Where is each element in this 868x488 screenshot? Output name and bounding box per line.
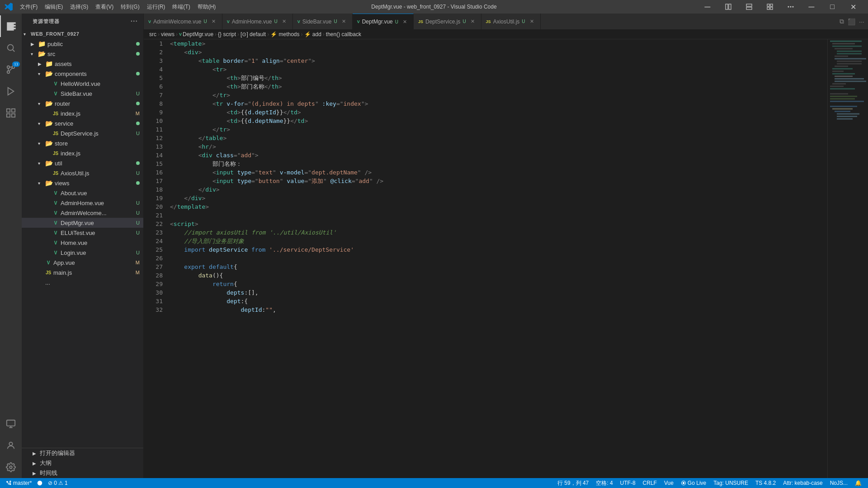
- activity-explorer[interactable]: [0, 15, 22, 37]
- status-bell[interactable]: 🔔: [853, 480, 863, 486]
- item-label: assets: [55, 61, 72, 67]
- status-language[interactable]: Vue: [662, 480, 675, 486]
- status-position[interactable]: 行 59，列 47: [556, 479, 590, 487]
- tab-label: AdminWelcome.vue: [153, 19, 202, 25]
- tree-item-home[interactable]: V Home.vue: [22, 238, 143, 248]
- status-spaces[interactable]: 空格: 4: [594, 479, 614, 487]
- badge-u: U: [136, 170, 140, 176]
- tab-sidebar-vue[interactable]: V SideBar.vue U ✕: [293, 14, 353, 29]
- minimize-window-button[interactable]: ─: [801, 0, 822, 14]
- code-content[interactable]: <template> <div> <table border="1" align…: [166, 39, 827, 478]
- menu-edit[interactable]: 编辑(E): [41, 2, 66, 12]
- layout-button-3[interactable]: [760, 0, 780, 14]
- tree-item-login[interactable]: V Login.vue U: [22, 248, 143, 258]
- layout-button-2[interactable]: [739, 0, 760, 14]
- tree-item-app[interactable]: V App.vue M: [22, 258, 143, 267]
- tab-close-icon[interactable]: ✕: [401, 18, 409, 25]
- sidebar-footer-outline[interactable]: ▶ 大纲: [22, 458, 143, 468]
- menu-view[interactable]: 查看(V): [92, 2, 117, 12]
- breadcrumb-src[interactable]: src: [149, 31, 156, 38]
- activity-run[interactable]: [0, 80, 22, 102]
- layout-button-1[interactable]: [718, 0, 739, 14]
- tree-item-adminwelcome[interactable]: V AdminWelcome... U: [22, 208, 143, 218]
- breadcrumb-default[interactable]: [⊙] default: [241, 31, 266, 38]
- sidebar-content: ▾ WEB_FRONT_0927 ▶ 📁 public ▾ 📂 src: [22, 29, 143, 448]
- menu-terminal[interactable]: 终端(T): [169, 2, 193, 12]
- activity-settings[interactable]: [0, 456, 22, 478]
- tree-item-eluitest[interactable]: V ELUiTest.vue U: [22, 228, 143, 238]
- more-tabs-icon[interactable]: ···: [859, 18, 864, 25]
- tab-deptmgr[interactable]: V DeptMgr.vue U ✕: [353, 14, 414, 29]
- menu-help[interactable]: 帮助(H): [194, 2, 220, 12]
- status-notif[interactable]: NoJS...: [828, 480, 849, 486]
- tree-item-service[interactable]: ▾ 📂 service: [22, 118, 143, 128]
- status-ts[interactable]: TS 4.8.2: [754, 480, 778, 486]
- menu-file[interactable]: 文件(F): [16, 2, 41, 12]
- tab-close-icon[interactable]: ✕: [281, 18, 288, 25]
- status-sync[interactable]: [35, 480, 44, 486]
- status-eol[interactable]: CRLF: [641, 480, 659, 486]
- svg-rect-37: [835, 58, 866, 60]
- status-encoding[interactable]: UTF-8: [618, 480, 637, 486]
- close-button[interactable]: ✕: [843, 0, 863, 14]
- tree-item-src[interactable]: ▾ 📂 src: [22, 49, 143, 59]
- tab-adminwelcome[interactable]: V AdminWelcome.vue U ✕: [144, 14, 222, 29]
- js-icon: JS: [52, 151, 59, 156]
- tree-item-about[interactable]: V About.vue: [22, 188, 143, 198]
- activity-source-control[interactable]: 13: [0, 59, 22, 80]
- tree-item-deptservice[interactable]: JS DeptService.js U: [22, 128, 143, 138]
- tab-close-icon[interactable]: ✕: [210, 18, 217, 25]
- footer-arrow: ▶: [33, 451, 40, 456]
- tree-item-store-index[interactable]: JS index.js: [22, 148, 143, 158]
- status-attr[interactable]: Attr: kebab-case: [781, 480, 824, 486]
- status-golive[interactable]: Go Live: [679, 480, 708, 486]
- tree-item-deptmgr[interactable]: V DeptMgr.vue U: [22, 218, 143, 228]
- tree-item-store[interactable]: ▾ 📂 store: [22, 138, 143, 148]
- breadcrumb-deptmgr[interactable]: V DeptMgr.vue: [179, 31, 213, 38]
- tab-adminhome[interactable]: V AdminHome.vue U ✕: [222, 14, 293, 29]
- split-editor-icon[interactable]: ⧉: [840, 18, 844, 25]
- breadcrumb-views[interactable]: views: [161, 31, 175, 38]
- tab-deptservice[interactable]: JS DeptService.js U ✕: [414, 14, 481, 29]
- tree-item-util[interactable]: ▾ 📂 util: [22, 158, 143, 168]
- tree-item-adminhome[interactable]: V AdminHome.vue U: [22, 198, 143, 208]
- tree-item-assets[interactable]: ▶ 📁 assets: [22, 59, 143, 69]
- toggle-panel-icon[interactable]: ⬛: [848, 18, 855, 25]
- sidebar-more[interactable]: ···: [131, 17, 138, 25]
- maximize-button[interactable]: □: [822, 0, 843, 14]
- tab-axiosutil[interactable]: JS AxiosUtil.js U ✕: [481, 14, 541, 29]
- breadcrumb-script[interactable]: {} script: [218, 31, 236, 38]
- breadcrumb-then[interactable]: then() callback: [326, 31, 361, 38]
- minimize-button[interactable]: ─: [697, 0, 718, 14]
- tree-item-router[interactable]: ▾ 📂 router: [22, 99, 143, 108]
- activity-extensions[interactable]: [0, 102, 22, 124]
- tree-item-components[interactable]: ▾ 📂 components: [22, 69, 143, 79]
- tree-item-main[interactable]: JS main.js M: [22, 267, 143, 277]
- tree-item-axiosutil[interactable]: JS AxiosUtil.js U: [22, 168, 143, 178]
- activity-search[interactable]: [0, 37, 22, 59]
- breadcrumb-add[interactable]: ⚡ add: [304, 31, 321, 38]
- activity-account[interactable]: [0, 435, 22, 456]
- status-errors[interactable]: ⊘ 0 ⚠ 1: [46, 480, 69, 486]
- activity-remote[interactable]: [0, 413, 22, 435]
- status-tag[interactable]: Tag: UNSURE: [712, 480, 750, 486]
- folder-icon: 📁: [45, 60, 53, 67]
- sidebar-footer-timeline[interactable]: ▶ 时间线: [22, 468, 143, 478]
- tab-close-icon[interactable]: ✕: [340, 18, 348, 25]
- tree-item-helloworld[interactable]: V HelloWorld.vue: [22, 79, 143, 89]
- tree-root[interactable]: ▾ WEB_FRONT_0927: [22, 29, 143, 39]
- menu-run[interactable]: 运行(R): [143, 2, 169, 12]
- menu-goto[interactable]: 转到(G): [117, 2, 143, 12]
- layout-button-4[interactable]: [780, 0, 801, 14]
- tree-item-more[interactable]: ...: [22, 277, 143, 287]
- tree-item-public[interactable]: ▶ 📁 public: [22, 39, 143, 49]
- tab-close-icon[interactable]: ✕: [528, 18, 536, 25]
- tree-item-sidebar-vue[interactable]: V SideBar.vue U: [22, 89, 143, 99]
- tree-item-views[interactable]: ▾ 📂 views: [22, 178, 143, 188]
- status-branch[interactable]: master*: [5, 480, 33, 486]
- menu-select[interactable]: 选择(S): [66, 2, 92, 12]
- tab-close-icon[interactable]: ✕: [469, 18, 476, 25]
- sidebar-footer-open-editors[interactable]: ▶ 打开的编辑器: [22, 448, 143, 458]
- breadcrumb-methods[interactable]: ⚡ methods: [270, 31, 299, 38]
- tree-item-router-index[interactable]: JS index.js M: [22, 108, 143, 118]
